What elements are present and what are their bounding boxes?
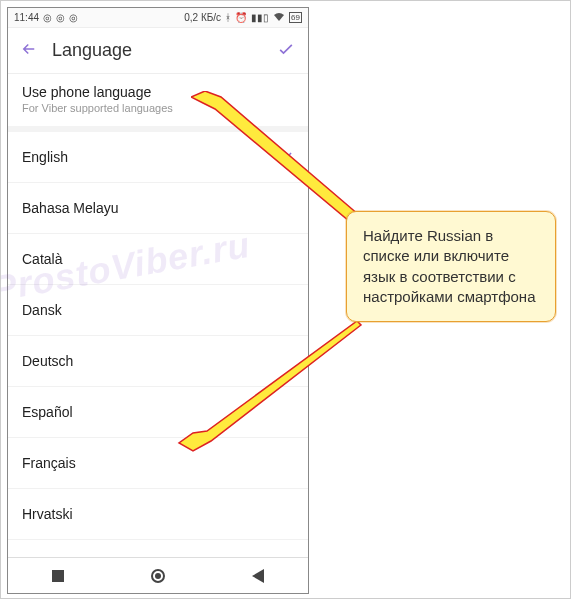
language-item[interactable]: Dansk <box>8 285 308 336</box>
language-item[interactable]: English <box>8 132 308 183</box>
language-label: Dansk <box>22 302 62 318</box>
confirm-button[interactable] <box>276 39 296 63</box>
alarm-icon: ⏰ <box>235 12 247 23</box>
android-nav-bar <box>8 557 308 593</box>
language-item[interactable]: Bahasa Melayu <box>8 183 308 234</box>
callout-text: Найдите Russian в списке или включите яз… <box>363 227 536 305</box>
viber-status-icon: ◎ <box>56 12 65 23</box>
home-button[interactable] <box>151 569 165 583</box>
status-time: 11:44 <box>14 12 39 23</box>
language-list[interactable]: EnglishBahasa MelayuCatalàDanskDeutschEs… <box>8 132 308 557</box>
bluetooth-icon: ᚼ <box>225 12 231 23</box>
language-item[interactable]: Français <box>8 438 308 489</box>
option-subtitle: For Viber supported languages <box>22 102 294 114</box>
language-item[interactable]: Español <box>8 387 308 438</box>
status-bar: 11:44 ◎ ◎ ◎ 0,2 КБ/с ᚼ ⏰ ▮▮▯ 69 <box>8 8 308 28</box>
app-header: Language <box>8 28 308 74</box>
language-label: Español <box>22 404 73 420</box>
use-phone-language-option[interactable]: Use phone language For Viber supported l… <box>8 74 308 132</box>
language-label: Français <box>22 455 76 471</box>
viber-status-icon: ◎ <box>43 12 52 23</box>
language-label: Hrvatski <box>22 506 73 522</box>
language-label: English <box>22 149 68 165</box>
phone-frame: 11:44 ◎ ◎ ◎ 0,2 КБ/с ᚼ ⏰ ▮▮▯ 69 Language… <box>7 7 309 594</box>
language-item[interactable]: Hrvatski <box>8 489 308 540</box>
language-label: Bahasa Melayu <box>22 200 119 216</box>
page-title: Language <box>52 40 276 61</box>
back-button[interactable] <box>20 40 38 62</box>
option-title: Use phone language <box>22 84 294 100</box>
signal-icon: ▮▮▯ <box>251 12 269 23</box>
language-item[interactable]: Català <box>8 234 308 285</box>
battery-icon: 69 <box>289 12 302 23</box>
language-label: Català <box>22 251 62 267</box>
wifi-icon <box>273 12 285 24</box>
status-left: 11:44 ◎ ◎ ◎ <box>14 12 78 23</box>
recent-apps-button[interactable] <box>52 570 64 582</box>
language-item[interactable]: Indonesia <box>8 540 308 557</box>
language-label: Deutsch <box>22 353 73 369</box>
status-right: 0,2 КБ/с ᚼ ⏰ ▮▮▯ 69 <box>184 12 302 24</box>
viber-status-icon: ◎ <box>69 12 78 23</box>
language-item[interactable]: Deutsch <box>8 336 308 387</box>
annotation-callout: Найдите Russian в списке или включите яз… <box>346 211 556 322</box>
data-rate: 0,2 КБ/с <box>184 12 221 23</box>
nav-back-button[interactable] <box>252 569 264 583</box>
selected-check-icon <box>280 149 294 166</box>
